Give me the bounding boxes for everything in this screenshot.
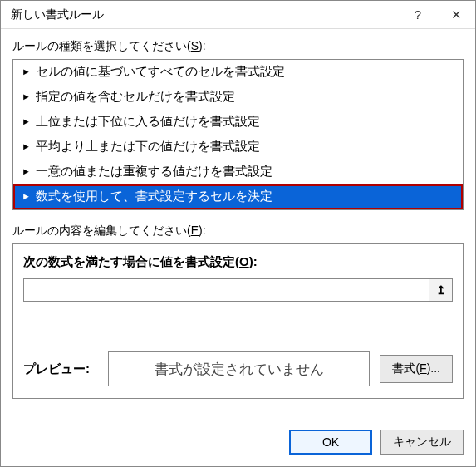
rule-type-item-label: セルの値に基づいてすべてのセルを書式設定 [36, 64, 285, 80]
dialog-footer: OK キャンセル [1, 421, 475, 466]
rule-edit-label: ルールの内容を編集してください(E): [12, 224, 464, 238]
rule-type-item[interactable]: ►指定の値を含むセルだけを書式設定 [13, 85, 463, 110]
titlebar: 新しい書式ルール ? ✕ [1, 1, 475, 29]
formula-input[interactable] [23, 278, 429, 302]
rule-type-list[interactable]: ►セルの値に基づいてすべてのセルを書式設定►指定の値を含むセルだけを書式設定►上… [12, 59, 464, 210]
range-picker-icon: ↥ [436, 283, 446, 297]
pointer-icon: ► [22, 167, 31, 176]
rule-type-item-label: 数式を使用して、書式設定するセルを決定 [36, 189, 272, 204]
rule-type-item[interactable]: ►上位または下位に入る値だけを書式設定 [13, 110, 463, 135]
dialog-window: 新しい書式ルール ? ✕ ルールの種類を選択してください(S): ►セルの値に基… [0, 0, 476, 467]
help-button[interactable]: ? [399, 1, 437, 28]
formula-label: 次の数式を満たす場合に値を書式設定(O): [23, 254, 453, 270]
rule-type-item-label: 一意の値または重複する値だけを書式設定 [36, 164, 272, 179]
close-button[interactable]: ✕ [437, 1, 475, 28]
preview-row: プレビュー: 書式が設定されていません 書式(F)... [23, 351, 453, 386]
dialog-content: ルールの種類を選択してください(S): ►セルの値に基づいてすべてのセルを書式設… [1, 29, 475, 421]
ok-button[interactable]: OK [289, 430, 372, 455]
range-picker-button[interactable]: ↥ [429, 278, 453, 302]
rule-type-item-label: 指定の値を含むセルだけを書式設定 [36, 89, 235, 105]
rule-type-label: ルールの種類を選択してください(S): [12, 39, 464, 54]
preview-label: プレビュー: [23, 361, 98, 377]
rule-edit-panel: 次の数式を満たす場合に値を書式設定(O): ↥ プレビュー: 書式が設定されてい… [12, 243, 464, 399]
titlebar-buttons: ? ✕ [399, 1, 475, 28]
pointer-icon: ► [22, 142, 31, 151]
rule-type-item-label: 平均より上または下の値だけを書式設定 [36, 139, 260, 155]
format-button[interactable]: 書式(F)... [380, 355, 453, 383]
preview-box: 書式が設定されていません [108, 351, 370, 386]
close-icon: ✕ [451, 7, 462, 22]
help-icon: ? [415, 7, 421, 22]
rule-type-item[interactable]: ►セルの値に基づいてすべてのセルを書式設定 [13, 60, 463, 85]
rule-type-item-label: 上位または下位に入る値だけを書式設定 [36, 114, 260, 130]
dialog-title: 新しい書式ルール [11, 7, 399, 22]
formula-row: ↥ [23, 278, 453, 302]
rule-type-item[interactable]: ►平均より上または下の値だけを書式設定 [13, 135, 463, 160]
cancel-button[interactable]: キャンセル [380, 430, 464, 455]
pointer-icon: ► [22, 192, 31, 201]
rule-type-item[interactable]: ►一意の値または重複する値だけを書式設定 [13, 160, 463, 184]
rule-type-item[interactable]: ►数式を使用して、書式設定するセルを決定 [13, 184, 463, 209]
pointer-icon: ► [22, 117, 31, 126]
pointer-icon: ► [22, 67, 31, 76]
pointer-icon: ► [22, 92, 31, 101]
